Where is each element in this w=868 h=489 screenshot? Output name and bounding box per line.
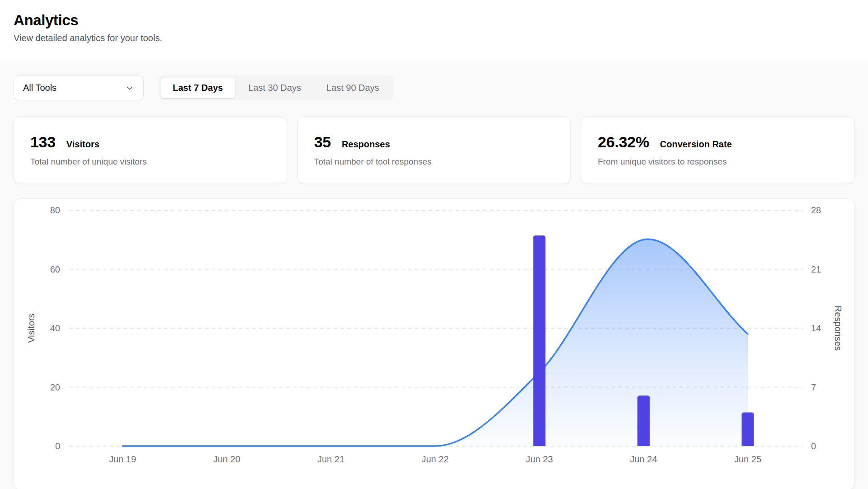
svg-text:Visitors: Visitors	[26, 313, 36, 343]
tab-last-90-days[interactable]: Last 90 Days	[314, 78, 392, 98]
svg-text:7: 7	[811, 382, 816, 392]
svg-text:21: 21	[811, 264, 821, 274]
svg-text:Jun 23: Jun 23	[526, 454, 553, 464]
visitors-label: Visitors	[66, 139, 99, 150]
tool-filter-select[interactable]: All Tools	[14, 75, 144, 100]
svg-text:14: 14	[811, 323, 821, 333]
svg-text:40: 40	[50, 323, 60, 333]
chevron-down-icon	[125, 84, 134, 93]
svg-text:20: 20	[50, 382, 60, 392]
svg-text:Jun 22: Jun 22	[421, 454, 448, 464]
svg-text:0: 0	[55, 441, 60, 451]
responses-label: Responses	[342, 139, 390, 150]
svg-text:Responses: Responses	[833, 306, 843, 351]
page-header: Analytics View detailed analytics for yo…	[0, 0, 868, 59]
tab-last-30-days[interactable]: Last 30 Days	[236, 78, 313, 98]
page-subtitle: View detailed analytics for your tools.	[14, 33, 854, 43]
conversion-rate-description: From unique visitors to responses	[598, 157, 838, 167]
stat-card-conversion-rate: 26.32% Conversion Rate From unique visit…	[581, 116, 854, 184]
svg-text:Jun 21: Jun 21	[317, 454, 344, 464]
visitors-value: 133	[30, 133, 56, 151]
time-range-tabs: Last 7 Days Last 30 Days Last 90 Days	[158, 75, 394, 100]
analytics-chart-card: 80604020028211470Jun 19Jun 20Jun 21Jun 2…	[14, 198, 854, 489]
tool-filter-value: All Tools	[23, 83, 57, 93]
svg-text:0: 0	[811, 441, 816, 451]
svg-text:Jun 25: Jun 25	[734, 454, 761, 464]
stats-row: 133 Visitors Total number of unique visi…	[14, 116, 854, 184]
responses-value: 35	[314, 133, 331, 151]
svg-text:80: 80	[50, 205, 60, 215]
analytics-chart[interactable]: 80604020028211470Jun 19Jun 20Jun 21Jun 2…	[14, 199, 854, 489]
tab-last-7-days[interactable]: Last 7 Days	[160, 78, 235, 98]
stat-card-responses: 35 Responses Total number of tool respon…	[297, 116, 571, 184]
svg-text:Jun 24: Jun 24	[630, 454, 657, 464]
stat-card-visitors: 133 Visitors Total number of unique visi…	[14, 116, 287, 184]
conversion-rate-value: 26.32%	[598, 133, 649, 151]
page-title: Analytics	[14, 12, 854, 29]
filter-controls: All Tools Last 7 Days Last 30 Days Last …	[14, 75, 854, 100]
responses-description: Total number of tool responses	[314, 157, 554, 167]
svg-text:Jun 19: Jun 19	[109, 454, 136, 464]
conversion-rate-label: Conversion Rate	[660, 139, 732, 150]
svg-text:60: 60	[50, 264, 60, 274]
svg-text:28: 28	[811, 205, 821, 215]
svg-text:Jun 20: Jun 20	[213, 454, 240, 464]
visitors-description: Total number of unique visitors	[30, 157, 270, 167]
